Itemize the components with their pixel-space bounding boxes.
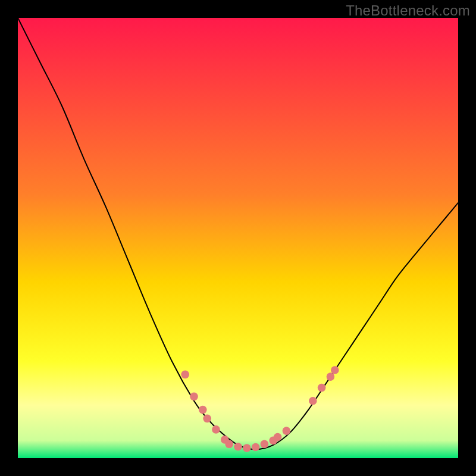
data-marker [309,397,317,405]
data-marker [283,427,291,435]
data-marker [274,433,282,441]
gradient-background [18,18,458,458]
watermark-text: TheBottleneck.com [346,2,470,19]
data-marker [261,440,269,449]
data-marker [190,393,198,401]
chart-frame: TheBottleneck.com [0,0,476,476]
data-marker [318,384,326,392]
data-marker [181,371,189,379]
data-marker [203,415,211,423]
data-marker [331,366,339,374]
data-marker [212,425,220,434]
data-marker [199,406,207,414]
data-marker [252,443,260,452]
bottleneck-chart [18,18,458,458]
data-marker [327,372,335,381]
data-marker [243,444,251,452]
data-marker [234,443,242,451]
data-marker [225,440,233,449]
